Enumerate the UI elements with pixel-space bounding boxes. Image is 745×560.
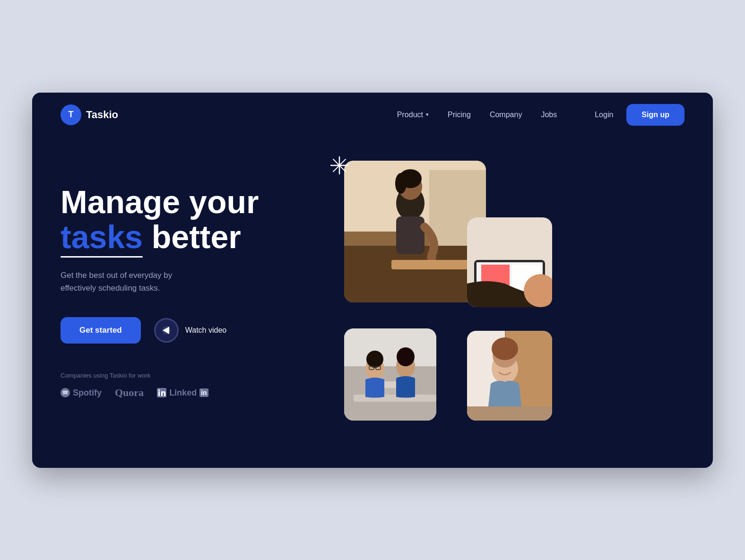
watch-video-button[interactable]: Watch video xyxy=(154,318,226,343)
hero-image-bottom-left xyxy=(344,328,436,421)
companies-label: Companies using Taskio for work xyxy=(61,372,316,379)
hero-title: Manage your tasks better xyxy=(61,184,316,255)
svg-rect-2 xyxy=(158,391,160,396)
nav-links: Product ▾ Pricing Company Jobs xyxy=(397,111,557,119)
svg-rect-46 xyxy=(467,406,552,421)
svg-point-38 xyxy=(397,347,415,366)
hero-section: Manage your tasks better Get the best ou… xyxy=(32,137,713,468)
hero-image-main xyxy=(344,161,486,302)
nav-item-jobs[interactable]: Jobs xyxy=(541,111,557,119)
woman-smiling-illustration xyxy=(467,331,552,421)
nav-item-company[interactable]: Company xyxy=(490,111,522,119)
company-quora: Quora xyxy=(115,387,144,399)
play-icon xyxy=(154,318,179,343)
svg-point-3 xyxy=(158,389,160,391)
navbar: T Taskio Product ▾ Pricing Company Jobs … xyxy=(32,93,713,137)
hero-left: Manage your tasks better Get the best ou… xyxy=(61,156,316,399)
svg-point-33 xyxy=(366,351,383,368)
signup-button[interactable]: Sign up xyxy=(626,104,684,126)
company-linkedin: Linkedin xyxy=(157,388,208,398)
person-writing-illustration xyxy=(344,161,486,302)
companies-section: Companies using Taskio for work Spotify xyxy=(61,372,316,399)
company-spotify: Spotify xyxy=(61,388,102,398)
logo-text: Taskio xyxy=(86,109,118,121)
browser-frame: T Taskio Product ▾ Pricing Company Jobs … xyxy=(32,93,713,468)
hero-actions: Get started Watch video xyxy=(61,317,316,344)
spotify-label: Spotify xyxy=(73,388,102,398)
hero-description: Get the best out of everyday byeffective… xyxy=(61,269,231,294)
linkedin-in: in xyxy=(199,388,208,397)
hero-image-bottom-right xyxy=(467,331,552,421)
svg-point-16 xyxy=(395,173,407,194)
spotify-icon xyxy=(61,388,70,397)
hero-image-top-right xyxy=(467,217,552,307)
nav-right: Login Sign up xyxy=(595,104,684,126)
play-triangle xyxy=(163,327,169,334)
sparkle-icon xyxy=(330,156,349,179)
linkedin-icon xyxy=(157,388,166,397)
watch-video-label: Watch video xyxy=(185,326,226,335)
hero-highlight: tasks xyxy=(61,219,143,255)
women-laptop-illustration xyxy=(344,328,436,421)
logo[interactable]: T Taskio xyxy=(61,104,118,125)
svg-point-45 xyxy=(492,337,518,360)
svg-point-0 xyxy=(61,388,70,397)
get-started-button[interactable]: Get started xyxy=(61,317,141,344)
laptop-illustration xyxy=(467,217,552,307)
linkedin-label: Linked xyxy=(169,388,197,398)
svg-rect-17 xyxy=(396,216,424,254)
nav-item-product[interactable]: Product ▾ xyxy=(397,111,429,119)
quora-label: Quora xyxy=(115,387,144,399)
hero-right xyxy=(335,151,552,425)
nav-item-pricing[interactable]: Pricing xyxy=(448,111,471,119)
login-button[interactable]: Login xyxy=(595,111,613,119)
companies-logos: Spotify Quora Linkedin xyxy=(61,387,316,399)
chevron-down-icon: ▾ xyxy=(426,112,429,118)
logo-icon: T xyxy=(61,104,81,125)
